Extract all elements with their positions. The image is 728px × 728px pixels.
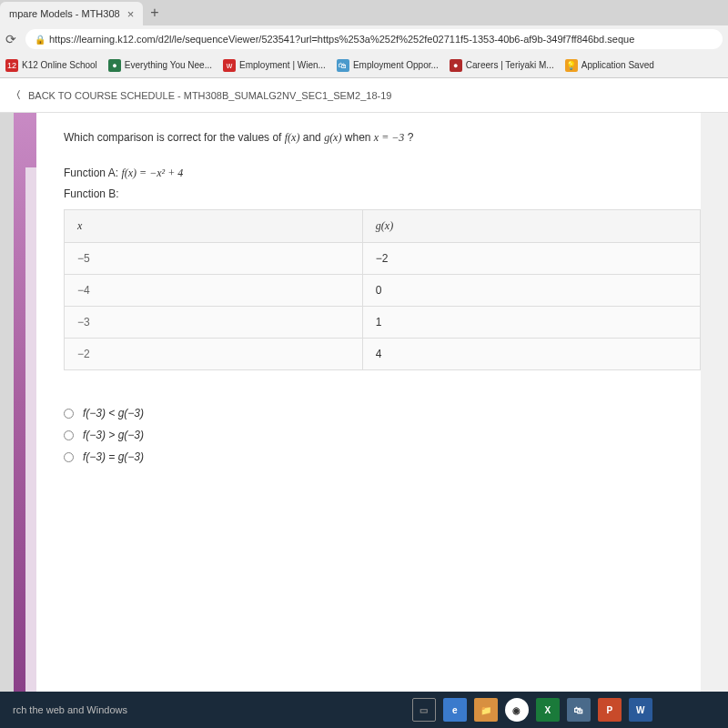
- bookmark-employment-oppor[interactable]: 🛍 Employment Oppor...: [337, 59, 439, 72]
- bookmark-everything[interactable]: ● Everything You Nee...: [108, 59, 212, 72]
- cell-x: −4: [65, 275, 363, 307]
- chevron-left-icon: 〈: [11, 88, 21, 102]
- tab-title: mpare Models - MTH308: [9, 8, 120, 19]
- browser-tab[interactable]: mpare Models - MTH308 ×: [0, 2, 143, 25]
- new-tab-button[interactable]: +: [150, 5, 158, 21]
- back-link-text: BACK TO COURSE SCHEDULE - MTH308B_SUMALG…: [28, 90, 391, 101]
- table-row: −2 4: [65, 339, 701, 370]
- radio-icon[interactable]: [64, 452, 74, 462]
- main-content: Which comparison is correct for the valu…: [36, 113, 728, 692]
- table-row: −5 −2: [65, 243, 701, 275]
- right-edge-strip: [701, 113, 728, 692]
- answer-options: f(−3) < g(−3) f(−3) > g(−3) f(−3) = g(−3…: [64, 407, 701, 463]
- site-icon: ●: [450, 59, 462, 72]
- folder-icon[interactable]: 📁: [474, 698, 498, 722]
- lock-icon: 🔒: [35, 35, 44, 44]
- bookmark-label: Employment | Wien...: [239, 60, 326, 70]
- windows-taskbar[interactable]: rch the web and Windows ▭ e 📁 ◉ X 🛍 P W: [0, 692, 728, 728]
- content-area: Which comparison is correct for the valu…: [0, 113, 728, 692]
- table-header-row: x g(x): [65, 210, 701, 243]
- browser-tab-bar: mpare Models - MTH308 × +: [0, 0, 728, 25]
- bookmark-app-saved[interactable]: 💡 Application Saved: [565, 59, 654, 72]
- word-icon[interactable]: W: [629, 698, 652, 722]
- bookmark-label: Careers | Teriyaki M...: [466, 60, 554, 70]
- taskbar-search[interactable]: rch the web and Windows: [9, 704, 131, 715]
- url-bar: ⟳ 🔒 https://learning.k12.com/d2l/le/sequ…: [0, 25, 728, 53]
- lightbulb-icon: 💡: [565, 59, 578, 72]
- header-g: g(x): [362, 210, 700, 243]
- excel-icon[interactable]: X: [536, 698, 560, 722]
- table-row: −4 0: [65, 275, 701, 307]
- radio-icon[interactable]: [64, 430, 74, 440]
- bookmark-employment-wien[interactable]: w Employment | Wien...: [223, 59, 326, 72]
- close-icon[interactable]: ×: [127, 7, 135, 21]
- site-icon: ●: [108, 59, 121, 72]
- radio-icon[interactable]: [64, 409, 74, 419]
- back-to-course-bar[interactable]: 〈 BACK TO COURSE SCHEDULE - MTH308B_SUMA…: [0, 78, 728, 113]
- shopping-bag-icon: 🛍: [337, 59, 349, 72]
- cell-g: 1: [362, 307, 700, 339]
- function-a-label: Function A: f(x) = −x² + 4: [64, 167, 701, 180]
- header-x: x: [65, 210, 363, 243]
- left-sidebar-strip: [0, 113, 36, 692]
- site-icon: w: [223, 59, 236, 72]
- option-label: f(−3) > g(−3): [83, 429, 144, 441]
- question-text: Which comparison is correct for the valu…: [64, 131, 701, 145]
- bookmark-label: K12 Online School: [22, 60, 97, 70]
- option-label: f(−3) = g(−3): [83, 450, 144, 463]
- cell-g: −2: [362, 243, 700, 275]
- table-row: −3 1: [65, 307, 701, 339]
- task-view-icon[interactable]: ▭: [412, 698, 436, 722]
- option-gt[interactable]: f(−3) > g(−3): [64, 429, 701, 441]
- option-lt[interactable]: f(−3) < g(−3): [64, 407, 701, 420]
- cell-g: 0: [362, 275, 700, 307]
- cell-x: −3: [65, 307, 363, 339]
- option-label: f(−3) < g(−3): [83, 407, 144, 420]
- cell-x: −5: [65, 243, 363, 275]
- ie-icon[interactable]: e: [443, 698, 467, 722]
- bookmarks-bar: 12 K12 Online School ● Everything You Ne…: [0, 53, 728, 78]
- bookmark-label: Application Saved: [581, 60, 654, 70]
- chrome-icon[interactable]: ◉: [505, 698, 529, 722]
- k12-icon: 12: [5, 59, 18, 72]
- url-field[interactable]: 🔒 https://learning.k12.com/d2l/le/sequen…: [25, 29, 723, 49]
- reload-icon[interactable]: ⟳: [5, 32, 20, 46]
- option-eq[interactable]: f(−3) = g(−3): [64, 450, 701, 463]
- powerpoint-icon[interactable]: P: [598, 698, 622, 722]
- url-text: https://learning.k12.com/d2l/le/sequence…: [49, 34, 634, 45]
- store-icon[interactable]: 🛍: [567, 698, 591, 722]
- bookmark-label: Employment Oppor...: [353, 60, 439, 70]
- cell-g: 4: [362, 339, 700, 370]
- function-b-label: Function B:: [64, 187, 701, 200]
- bookmark-careers[interactable]: ● Careers | Teriyaki M...: [450, 59, 554, 72]
- bookmark-label: Everything You Nee...: [125, 60, 212, 70]
- bookmark-k12[interactable]: 12 K12 Online School: [5, 59, 97, 72]
- function-b-table: x g(x) −5 −2 −4 0 −3 1 −2 4: [64, 209, 701, 370]
- cell-x: −2: [65, 339, 363, 370]
